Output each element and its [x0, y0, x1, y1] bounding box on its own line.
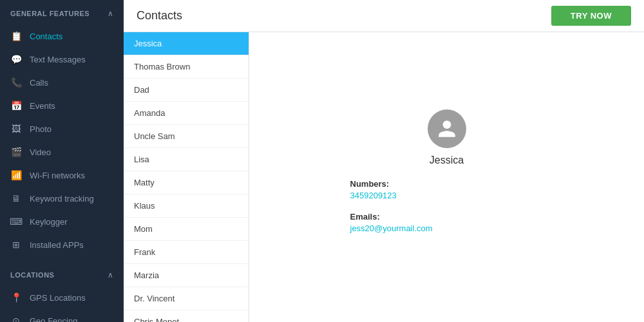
sidebar-item-text-messages[interactable]: 💬 Text Messages: [0, 48, 124, 71]
locations-chevron-icon: ∧: [108, 270, 113, 279]
person-icon: [437, 118, 457, 139]
photo-icon: 🖼: [10, 123, 22, 135]
contact-list-item[interactable]: Lisa: [124, 148, 249, 171]
contact-list-items: JessicaThomas BrownDadAmandaUncle SamLis…: [124, 32, 249, 322]
contact-detail: Jessica Numbers: 3459209123 Emails: jess…: [249, 32, 644, 322]
sidebar-label-text-messages: Text Messages: [30, 55, 86, 64]
selected-contact-name: Jessica: [430, 155, 464, 166]
emails-row: Emails: jess20@yourmail.com: [350, 212, 544, 233]
sidebar-item-keylogger[interactable]: ⌨ Keylogger: [0, 210, 124, 233]
contact-list-item[interactable]: Thomas Brown: [124, 55, 249, 79]
contact-list-item[interactable]: Uncle Sam: [124, 125, 249, 148]
contact-list-item[interactable]: Dr. Vincent: [124, 287, 249, 310]
page-title: Contacts: [137, 9, 182, 23]
contact-list: JessicaThomas BrownDadAmandaUncle SamLis…: [124, 32, 249, 322]
numbers-value: 3459209123: [350, 191, 544, 200]
contact-info-panel: Numbers: 3459209123 Emails: jess20@yourm…: [350, 179, 544, 245]
numbers-label: Numbers:: [350, 179, 544, 189]
sidebar-item-calls[interactable]: 📞 Calls: [0, 71, 124, 94]
sidebar-item-photo[interactable]: 🖼 Photo: [0, 117, 124, 140]
contacts-icon: 📋: [10, 30, 22, 42]
sidebar-item-keyword-tracking[interactable]: 🖥 Keyword tracking: [0, 187, 124, 210]
general-features-section: GENERAL FEATURES ∧: [0, 0, 124, 24]
contact-list-item[interactable]: Dad: [124, 79, 249, 102]
contact-list-item[interactable]: Matty: [124, 171, 249, 194]
main-body: JessicaThomas BrownDadAmandaUncle SamLis…: [124, 32, 644, 322]
calls-icon: 📞: [10, 77, 22, 88]
contact-list-item[interactable]: Amanda: [124, 102, 249, 125]
locations-section: LOCATIONS ∧: [0, 261, 124, 286]
main-header: Contacts TRY NOW: [124, 0, 644, 32]
sidebar: GENERAL FEATURES ∧ 📋 Contacts 💬 Text Mes…: [0, 0, 124, 322]
general-items-list: 📋 Contacts 💬 Text Messages 📞 Calls 📅 Eve…: [0, 24, 124, 256]
sidebar-label-video: Video: [30, 147, 51, 157]
contact-list-item[interactable]: Chris Monet: [124, 310, 249, 322]
emails-label: Emails:: [350, 212, 544, 222]
events-icon: 📅: [10, 100, 22, 111]
keyword-tracking-icon: 🖥: [10, 193, 22, 204]
sidebar-item-wifi[interactable]: 📶 Wi-Fi networks: [0, 164, 124, 187]
sidebar-label-wifi: Wi-Fi networks: [30, 171, 85, 180]
geo-fencing-icon: ⊙: [10, 315, 22, 322]
numbers-row: Numbers: 3459209123: [350, 179, 544, 200]
wifi-icon: 📶: [10, 169, 22, 181]
sidebar-item-geo-fencing[interactable]: ⊙ Geo Fencing: [0, 309, 124, 322]
keylogger-icon: ⌨: [10, 216, 22, 227]
sidebar-item-contacts[interactable]: 📋 Contacts: [0, 24, 124, 48]
video-icon: 🎬: [10, 146, 22, 158]
sidebar-label-keyword-tracking: Keyword tracking: [30, 194, 94, 204]
sidebar-label-keylogger: Keylogger: [30, 217, 68, 227]
sidebar-label-calls: Calls: [30, 78, 48, 88]
sidebar-label-photo: Photo: [30, 124, 52, 134]
sidebar-label-gps-locations: GPS Locations: [30, 293, 86, 303]
sidebar-item-installed-apps[interactable]: ⊞ Installed APPs: [0, 233, 124, 256]
avatar: [428, 109, 466, 148]
general-features-title: GENERAL FEATURES: [10, 10, 90, 17]
sidebar-label-contacts: Contacts: [30, 32, 62, 41]
text-messages-icon: 💬: [10, 53, 22, 65]
sidebar-item-video[interactable]: 🎬 Video: [0, 140, 124, 164]
gps-locations-icon: 📍: [10, 292, 22, 303]
main-content: Contacts TRY NOW JessicaThomas BrownDadA…: [124, 0, 644, 322]
sidebar-item-events[interactable]: 📅 Events: [0, 94, 124, 117]
contact-list-item[interactable]: Mom: [124, 218, 249, 241]
sidebar-label-geo-fencing: Geo Fencing: [30, 316, 77, 323]
try-now-button[interactable]: TRY NOW: [551, 6, 631, 26]
sidebar-label-events: Events: [30, 101, 55, 111]
contact-list-item[interactable]: Jessica: [124, 32, 249, 55]
sidebar-item-gps-locations[interactable]: 📍 GPS Locations: [0, 286, 124, 309]
general-chevron-icon: ∧: [108, 9, 113, 18]
contact-list-item[interactable]: Klaus: [124, 194, 249, 218]
locations-title: LOCATIONS: [10, 271, 54, 279]
contact-list-item[interactable]: Frank: [124, 241, 249, 264]
installed-apps-icon: ⊞: [10, 239, 22, 251]
contact-list-item[interactable]: Marzia: [124, 264, 249, 287]
emails-value: jess20@yourmail.com: [350, 223, 544, 233]
sidebar-label-installed-apps: Installed APPs: [30, 240, 84, 250]
location-items-list: 📍 GPS Locations ⊙ Geo Fencing: [0, 286, 124, 322]
